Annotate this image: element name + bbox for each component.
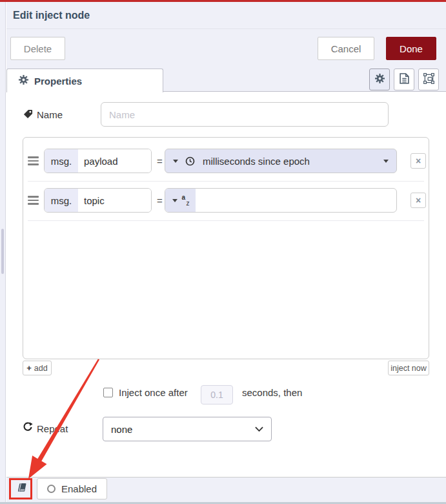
enabled-toggle-button[interactable]: Enabled <box>37 478 107 499</box>
string-type-icon: az <box>182 195 189 205</box>
inject-now-button[interactable]: inject now <box>388 361 429 375</box>
book-icon <box>15 483 26 495</box>
msg-prefix: msg. <box>45 189 78 212</box>
remove-row-button[interactable]: × <box>411 153 426 169</box>
tab-properties-label: Properties <box>34 76 82 87</box>
document-icon <box>400 73 409 87</box>
typed-input-topic: az <box>165 188 397 213</box>
tray-resize-grip[interactable] <box>1 229 4 274</box>
cancel-button[interactable]: Cancel <box>318 37 374 60</box>
tab-properties[interactable]: Properties <box>6 68 163 92</box>
drag-handle[interactable] <box>28 196 39 205</box>
clock-icon <box>185 156 195 166</box>
description-view-button[interactable] <box>394 68 414 90</box>
name-input[interactable] <box>101 102 389 127</box>
edit-inject-node-dialog: Edit inject node Delete Cancel Done Prop… <box>0 0 446 504</box>
dialog-button-row <box>6 29 446 65</box>
status-circle-icon <box>47 485 56 493</box>
repeat-select[interactable]: none <box>103 417 272 441</box>
properties-view-button[interactable] <box>369 68 390 90</box>
row-separator <box>28 181 424 182</box>
chevron-down-icon <box>255 426 263 432</box>
tag-icon <box>23 109 33 121</box>
repeat-label: Repeat <box>37 423 68 434</box>
typed-value-input[interactable] <box>196 195 396 206</box>
add-button-label: add <box>34 364 48 373</box>
chevron-down-icon[interactable] <box>173 160 178 163</box>
typed-input-payload[interactable]: milliseconds since epoch <box>165 149 397 173</box>
prop-key-input[interactable] <box>78 149 151 173</box>
chevron-down-icon <box>172 199 177 202</box>
name-label: Name <box>37 109 63 120</box>
add-button[interactable]: + add <box>23 361 52 375</box>
remove-row-button[interactable]: × <box>411 193 426 208</box>
inject-now-label: inject now <box>390 364 427 373</box>
prop-key-group: msg. <box>44 188 152 213</box>
chevron-down-icon[interactable] <box>383 160 389 163</box>
docs-toggle-annotation[interactable] <box>9 478 32 499</box>
appearance-view-button[interactable] <box>418 68 439 90</box>
repeat-select-value: none <box>111 424 132 435</box>
appearance-icon <box>423 73 434 87</box>
done-button[interactable]: Done <box>386 37 436 60</box>
plus-icon: + <box>26 363 32 373</box>
enabled-label: Enabled <box>61 483 97 494</box>
type-select-button[interactable]: az <box>165 189 196 212</box>
prop-key-input[interactable] <box>78 189 151 212</box>
gear-icon <box>19 75 28 87</box>
drag-handle[interactable] <box>28 156 39 165</box>
dialog-title: Edit inject node <box>6 2 446 29</box>
repeat-icon <box>23 422 33 435</box>
inject-once-label: Inject once after <box>119 387 188 398</box>
delete-button[interactable]: Delete <box>10 37 65 60</box>
equals-sign: = <box>157 195 163 206</box>
prop-key-group: msg. <box>44 149 152 173</box>
msg-prefix: msg. <box>45 149 78 173</box>
row-separator <box>28 220 424 221</box>
inject-once-delay-input[interactable] <box>201 385 233 404</box>
gear-icon <box>375 74 385 86</box>
typed-value-label: milliseconds since epoch <box>203 156 310 167</box>
inject-once-checkbox[interactable] <box>103 388 113 397</box>
seconds-then-label: seconds, then <box>242 387 302 398</box>
equals-sign: = <box>157 156 163 167</box>
